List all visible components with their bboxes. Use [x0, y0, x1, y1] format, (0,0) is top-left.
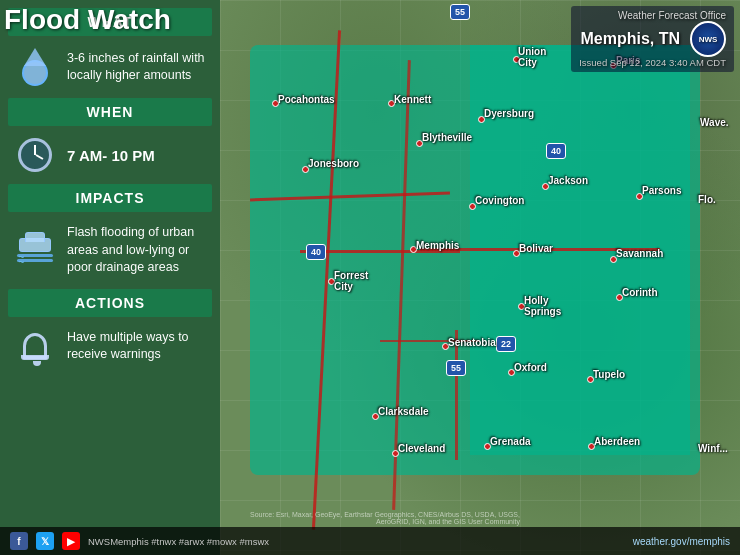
city-label-kennett: Kennett [394, 94, 431, 105]
interstate-55-north: 55 [450, 4, 470, 20]
map-area: 55 40 40 55 22 UnionCity Paris Pocahonta… [220, 0, 740, 555]
office-label: Weather Forecast Office [579, 10, 726, 21]
when-header: WHEN [8, 98, 212, 126]
city-label-jackson: Jackson [548, 175, 588, 186]
clock-icon [12, 138, 57, 172]
city-label-waverly: Wave. [700, 117, 729, 128]
website-link[interactable]: weather.gov/memphis [633, 536, 730, 547]
map-attribution: Source: Esri, Maxar, GeoEye, Earthstar G… [220, 511, 520, 525]
city-label-bolivar: Bolivar [519, 243, 553, 254]
city-label-forrest-city: ForrestCity [334, 270, 368, 292]
route-line-55-south [455, 330, 458, 460]
city-label-corinth: Corinth [622, 287, 658, 298]
interstate-40-west: 40 [306, 244, 326, 260]
city-label-parsons: Parsons [642, 185, 681, 196]
impacts-header: IMPACTS [8, 184, 212, 212]
city-label-cleveland: Cleveland [398, 443, 445, 454]
city-label-union-city: UnionCity [518, 46, 546, 68]
info-panel: WHAT 3-6 inches of rainfall with locally… [0, 0, 220, 555]
city-label-winfield: Winf... [698, 443, 728, 454]
map-header: Weather Forecast Office Memphis, TN NWS … [571, 6, 734, 72]
twitter-icon[interactable]: 𝕏 [36, 532, 54, 550]
footer-bar: f 𝕏 ▶ NWSMemphis #tnwx #arwx #mowx #mswx… [0, 527, 740, 555]
actions-description: Have multiple ways to receive warnings [67, 329, 208, 364]
impacts-section: Flash flooding of urban areas and low-ly… [8, 218, 212, 283]
city-label-florence: Flo. [698, 194, 716, 205]
when-section: 7 AM- 10 PM [8, 132, 212, 178]
city-label-clarksdale: Clarksdale [378, 406, 429, 417]
actions-section: Have multiple ways to receive warnings [8, 323, 212, 370]
city-label-dyersburg: Dyersburg [484, 108, 534, 119]
flood-watch-title: Flood Watch [4, 4, 171, 36]
office-name: Memphis, TN [580, 30, 680, 48]
city-label-grenada: Grenada [490, 436, 531, 447]
city-label-senatobia: Senatobia [448, 337, 496, 348]
what-description: 3-6 inches of rainfall with locally high… [67, 50, 208, 85]
nws-logo: NWS [690, 21, 726, 57]
city-label-tupelo: Tupelo [593, 369, 625, 380]
actions-header: ACTIONS [8, 289, 212, 317]
what-section: 3-6 inches of rainfall with locally high… [8, 42, 212, 92]
city-label-blytheville: Blytheville [422, 132, 472, 143]
city-label-jonesboro: Jonesboro [308, 158, 359, 169]
city-label-aberdeen: Aberdeen [594, 436, 640, 447]
city-label-savannah: Savannah [616, 248, 663, 259]
city-label-holly-springs: HollySprings [524, 295, 561, 317]
interstate-40-east: 40 [546, 143, 566, 159]
interstate-55-south: 55 [446, 360, 466, 376]
car-flood-icon [12, 230, 57, 270]
when-description: 7 AM- 10 PM [67, 145, 155, 166]
city-label-pocahontas: Pocahontas [278, 94, 335, 105]
city-label-oxford: Oxford [514, 362, 547, 373]
interstate-22: 22 [496, 336, 516, 352]
impacts-description: Flash flooding of urban areas and low-ly… [67, 224, 208, 277]
facebook-icon[interactable]: f [10, 532, 28, 550]
issued-time: Issued Sep 12, 2024 3:40 AM CDT [579, 57, 726, 68]
bell-icon [12, 329, 57, 363]
water-drop-icon [12, 48, 57, 86]
city-label-memphis: Memphis [416, 240, 459, 251]
social-hashtags: NWSMemphis #tnwx #arwx #mowx #mswx [88, 536, 269, 547]
city-label-covington: Covington [475, 195, 524, 206]
youtube-icon[interactable]: ▶ [62, 532, 80, 550]
